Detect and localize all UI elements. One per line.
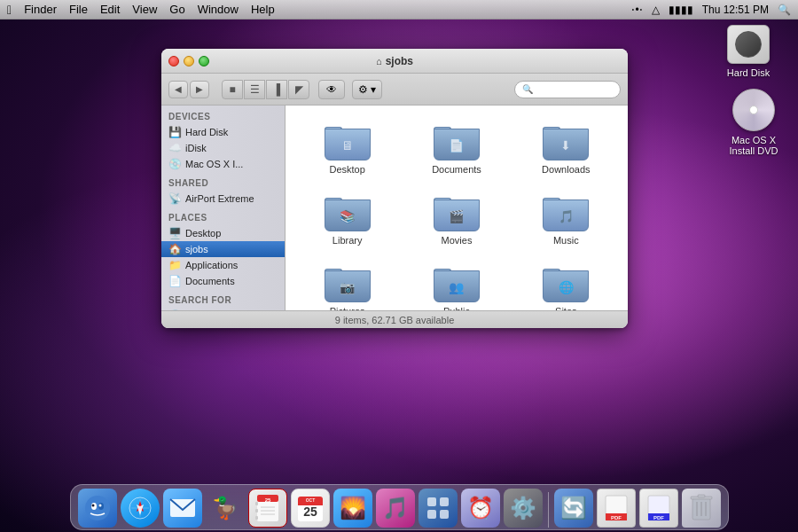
svg-rect-19	[255, 516, 258, 520]
bluetooth-icon[interactable]: ⋅•⋅	[631, 4, 642, 16]
file-label-movies: Movies	[442, 235, 473, 246]
folder-overlay-desktop: 🖥	[341, 138, 354, 153]
dock-icon-addressbook[interactable]: 25	[248, 489, 287, 528]
dvd-label: Mac OS X Install DVD	[722, 135, 786, 156]
file-item-public[interactable]: 👥 Public	[403, 256, 509, 310]
minimize-button[interactable]	[184, 56, 194, 66]
pdf1-dock-icon: PDF	[597, 489, 636, 528]
forward-button[interactable]: ▶	[190, 81, 209, 98]
dock-icon-trash[interactable]	[682, 489, 721, 528]
dock: 🦆 25	[70, 484, 729, 530]
desktop:  Finder File Edit View Go Window Help ⋅…	[0, 0, 798, 532]
dock-icon-finder[interactable]	[78, 489, 117, 528]
dock-icon-pdf2[interactable]: PDF	[639, 489, 678, 528]
folder-overlay-pictures: 📷	[340, 280, 355, 294]
back-button[interactable]: ◀	[168, 81, 188, 98]
search-icon: 🔍	[522, 84, 533, 94]
menubar-view[interactable]: View	[132, 3, 157, 16]
dock-icon-syspref[interactable]: ⚙️	[504, 489, 543, 528]
svg-point-0	[85, 496, 110, 520]
macos-sidebar-icon: 💿	[168, 158, 181, 170]
file-label-downloads: Downloads	[542, 164, 590, 175]
sidebar-section-searchfor: SEARCH FOR 🕐 Today 🕐 Yesterday 🕐 Past We…	[161, 293, 285, 310]
file-item-music[interactable]: 🎵 Music	[513, 185, 619, 253]
itunes-dock-icon: 🎵	[376, 489, 415, 528]
file-item-library[interactable]: 📚 Library	[294, 185, 400, 253]
dock-icon-iphoto[interactable]: 🌄	[333, 489, 372, 528]
icon-view-button[interactable]: ■	[222, 80, 243, 99]
wifi-icon[interactable]: △	[652, 4, 660, 16]
spotlight-icon[interactable]: 🔍	[778, 4, 791, 16]
dock-icon-expose[interactable]	[419, 489, 458, 528]
sidebar-item-sjobs[interactable]: 🏠 sjobs	[161, 241, 285, 257]
pdf2-dock-icon: PDF	[639, 489, 678, 528]
desktop-icon-harddisk[interactable]: Hard Disk	[716, 25, 780, 78]
svg-point-4	[98, 505, 101, 507]
dock-icon-pdf1[interactable]: PDF	[597, 489, 636, 528]
action-button[interactable]: ⚙ ▾	[352, 80, 382, 99]
menubar-right: ⋅•⋅ △ ▮▮▮▮ Thu 12:51 PM 🔍	[631, 4, 791, 16]
sidebar-item-desktop[interactable]: 🖥️ Desktop	[161, 225, 285, 241]
desktop-icon-dvd[interactable]: Mac OS X Install DVD	[722, 89, 786, 156]
folder-overlay-music: 🎵	[559, 209, 574, 223]
folder-overlay-downloads: ⬇	[560, 138, 571, 153]
menubar-edit[interactable]: Edit	[100, 3, 120, 16]
sidebar-item-applications[interactable]: 📁 Applications	[161, 257, 285, 273]
dvd-hole	[749, 106, 758, 114]
folder-overlay-library: 📚	[340, 209, 355, 223]
sidebar-item-airport[interactable]: 📡 AirPort Extreme	[161, 191, 285, 207]
file-item-sites[interactable]: 🌐 Sites	[513, 256, 619, 310]
sidebar-header-searchfor: SEARCH FOR	[161, 293, 285, 308]
safari-dock-icon	[121, 489, 160, 528]
preview-button[interactable]: 👁	[318, 80, 345, 99]
sidebar: DEVICES 💾 Hard Disk ☁️ iDisk 💿 Mac OS X …	[161, 106, 286, 310]
svg-text:25: 25	[303, 505, 317, 519]
svg-rect-28	[440, 510, 449, 519]
folder-icon-downloads: ⬇	[543, 121, 589, 160]
sidebar-item-harddisk[interactable]: 💾 Hard Disk	[161, 124, 285, 140]
file-item-movies[interactable]: 🎬 Movies	[403, 185, 509, 253]
file-item-pictures[interactable]: 📷 Pictures	[294, 256, 400, 310]
search-box[interactable]: 🔍	[514, 81, 621, 98]
menubar-help[interactable]: Help	[251, 3, 275, 16]
sidebar-item-idisk[interactable]: ☁️ iDisk	[161, 140, 285, 156]
documents-sidebar-icon: 📄	[168, 275, 181, 287]
folder-icon-library: 📚	[325, 192, 371, 231]
column-view-button[interactable]: ▐	[266, 80, 287, 99]
file-item-desktop[interactable]: 🖥 Desktop	[294, 114, 400, 182]
apple-menu[interactable]: 	[7, 3, 12, 17]
maximize-button[interactable]	[199, 56, 209, 66]
menubar-finder[interactable]: Finder	[24, 3, 57, 16]
svg-rect-37	[698, 495, 705, 497]
dock-icon-dockapp2[interactable]: 🔄	[554, 489, 593, 528]
sidebar-item-macosx[interactable]: 💿 Mac OS X I...	[161, 156, 285, 172]
applications-sidebar-icon: 📁	[168, 259, 181, 271]
dock-icon-timemachine[interactable]: ⏰	[461, 489, 500, 528]
sidebar-section-devices: DEVICES 💾 Hard Disk ☁️ iDisk 💿 Mac OS X …	[161, 109, 285, 172]
dock-icon-adium[interactable]: 🦆	[206, 489, 245, 528]
sidebar-item-documents[interactable]: 📄 Documents	[161, 273, 285, 289]
dock-icon-itunes[interactable]: 🎵	[376, 489, 415, 528]
close-button[interactable]	[168, 56, 179, 66]
list-view-button[interactable]: ☰	[244, 80, 265, 99]
dock-icon-safari[interactable]	[121, 489, 160, 528]
sidebar-header-shared: SHARED	[161, 176, 285, 191]
battery-icon[interactable]: ▮▮▮▮	[669, 4, 693, 16]
file-label-desktop: Desktop	[329, 164, 364, 175]
dock-icon-ical[interactable]: OCT 25	[291, 489, 330, 528]
folder-overlay-movies: 🎬	[449, 209, 464, 223]
folder-icon-pictures: 📷	[325, 263, 371, 302]
dock-icon-mail[interactable]	[163, 489, 202, 528]
menubar-file[interactable]: File	[69, 3, 88, 16]
menubar-go[interactable]: Go	[169, 3, 184, 16]
coverflow-view-button[interactable]: ◤	[288, 80, 309, 99]
folder-icon-sites: 🌐	[543, 263, 589, 302]
file-item-downloads[interactable]: ⬇ Downloads	[513, 114, 619, 182]
file-label-music: Music	[553, 235, 579, 246]
dvd-icon-img	[732, 89, 775, 131]
menubar-window[interactable]: Window	[198, 3, 239, 16]
file-item-documents[interactable]: 📄 Documents	[403, 114, 509, 182]
menubar:  Finder File Edit View Go Window Help ⋅…	[0, 0, 798, 20]
window-title: ⌂ sjobs	[376, 55, 413, 67]
iphoto-dock-icon: 🌄	[333, 489, 372, 528]
